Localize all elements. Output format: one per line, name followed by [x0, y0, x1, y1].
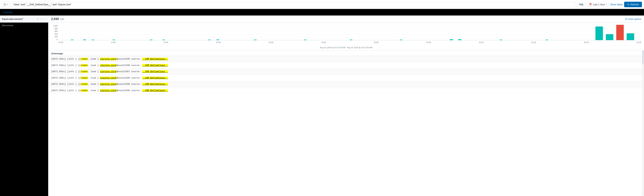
svg-rect-17 — [400, 40, 402, 40]
query-selector-icon: ⊟ — [4, 3, 6, 6]
svg-rect-10 — [150, 40, 152, 40]
y-label-1000: 1,000 — [51, 25, 58, 27]
log-load: , load ] — [88, 64, 100, 67]
svg-rect-25 — [627, 33, 634, 40]
scrollbar-track[interactable] — [642, 50, 644, 196]
results-panel: 2,930 hits ⚙ Chart options 1,000 800 600… — [48, 15, 644, 196]
chevron-down-icon[interactable]: ▾ — [38, 18, 38, 20]
log-class-highlight: class — [81, 58, 88, 60]
svg-rect-12 — [208, 40, 211, 40]
svg-rect-14 — [254, 40, 256, 40]
log-level: [info ] — [67, 58, 77, 60]
log-bracket: ][ — [78, 64, 81, 67]
x-label-1445: 14:45 — [216, 41, 221, 43]
x-label-1500: 15:00 — [374, 41, 378, 43]
chart-date-range: Aug 19, 2024 @ 14:27:54.428 - Aug 19, 20… — [51, 45, 641, 50]
svg-rect-20 — [500, 40, 502, 40]
x-label-1520: 15:20 — [584, 41, 589, 43]
x-label-1450: 14:50 — [269, 41, 274, 43]
search-input[interactable] — [11, 2, 576, 7]
log-time: [6872.565s] — [51, 58, 66, 60]
x-label-1455: 14:55 — [321, 41, 326, 43]
log-eval: $eval31289 source: — [116, 77, 142, 79]
log-jvm-highlight: __JVM_DefineClass__ — [142, 89, 168, 92]
x-label-1515: 15:15 — [532, 41, 536, 43]
x-label-1430: 14:30 — [58, 41, 63, 43]
table-area[interactable]: @message [6872.565s] [info ] ][class, lo… — [48, 50, 644, 196]
svg-rect-8 — [92, 40, 94, 40]
svg-rect-9 — [112, 40, 115, 40]
svg-rect-19 — [458, 39, 461, 40]
log-level: [info ] — [67, 89, 77, 92]
refresh-label: Refresh — [630, 3, 639, 6]
calendar-icon: 📅 — [589, 3, 592, 6]
sidebar-controls: ··· ← — [40, 17, 46, 21]
kql-button[interactable]: KQL — [577, 2, 586, 6]
log-row[interactable]: [6872.505s] [info ] ][class, load ] cloj… — [48, 75, 644, 81]
chart-area: 1,000 800 600 400 200 0 — [48, 23, 644, 50]
log-core-highlight: clojure.core — [100, 89, 116, 92]
log-level: [info ] — [67, 77, 77, 79]
chart-svg — [58, 25, 641, 40]
chart-options-button[interactable]: ⚙ Chart options — [625, 18, 641, 20]
sidebar-body: @timestamp — [0, 22, 48, 196]
log-level: [info ] — [67, 64, 77, 67]
log-jvm-highlight: __JVM_DefineClass__ — [142, 70, 168, 73]
log-eval: $eval31280 source: — [116, 83, 142, 86]
svg-rect-18 — [450, 39, 453, 40]
refresh-button[interactable]: ↻ Refresh — [624, 2, 642, 7]
main-content: fraud-rules-service* ▾ ··· ← @timestamp … — [0, 15, 644, 196]
log-load: , load ] — [88, 83, 100, 86]
chart-plot — [58, 25, 641, 40]
sidebar-timestamp-label: @timestamp — [0, 22, 48, 28]
log-time: [6872.502s] — [51, 83, 66, 86]
x-label-1510: 15:10 — [479, 41, 484, 43]
log-load: , load ] — [88, 70, 100, 73]
log-time: [6872.505s] — [51, 77, 66, 79]
log-time: [6872.503s] — [51, 89, 66, 92]
y-label-200: 200 — [51, 35, 58, 38]
log-jvm-highlight: __JVM_DefineClass__ — [142, 58, 168, 60]
time-label: Last 1 hour — [593, 3, 605, 6]
svg-rect-13 — [216, 39, 219, 40]
svg-rect-23 — [606, 34, 613, 40]
chevron-down-icon: ▾ — [606, 3, 607, 5]
log-row[interactable]: [6872.502s] [info ] ][class, load ] cloj… — [48, 81, 644, 88]
add-filter-button[interactable]: + Add filter — [2, 11, 13, 14]
dots-icon[interactable]: ··· — [40, 17, 42, 21]
log-core-highlight: clojure.core — [100, 77, 116, 79]
show-dates-button[interactable]: Show dates — [610, 3, 623, 6]
log-class-highlight: class — [81, 77, 88, 79]
svg-rect-7 — [84, 39, 86, 40]
log-eval: $eval31298 source: — [116, 64, 142, 67]
y-label-400: 400 — [51, 33, 58, 35]
log-jvm-highlight: __JVM_DefineClass__ — [142, 83, 168, 86]
svg-rect-11 — [162, 40, 165, 40]
time-picker[interactable]: 📅 Last 1 hour ▾ — [587, 2, 609, 7]
x-label-1525: 15:25 — [636, 41, 641, 43]
log-row[interactable]: [6872.503s] [info ] ][class, load ] cloj… — [48, 88, 644, 94]
sidebar-header: fraud-rules-service* ▾ ··· ← — [0, 15, 48, 22]
log-row[interactable]: [6872.566s] [info ] ][class, load ] cloj… — [48, 62, 644, 69]
chart-options-label: Chart options — [628, 18, 641, 20]
log-jvm-highlight: __JVM_DefineClass__ — [142, 64, 168, 67]
log-time: [6872.902s] — [51, 70, 66, 73]
query-selector[interactable]: ⊟ ▾ — [2, 2, 9, 7]
collapse-icon[interactable]: ← — [43, 17, 46, 21]
log-class-highlight: class — [81, 89, 88, 92]
log-load: , load ] — [88, 58, 100, 60]
scrollbar-thumb[interactable] — [642, 50, 644, 64]
log-jvm-highlight: __JVM_DefineClass__ — [142, 77, 168, 79]
chart-y-axis: 1,000 800 600 400 200 0 — [51, 25, 58, 40]
sidebar: fraud-rules-service* ▾ ··· ← @timestamp — [0, 15, 48, 196]
log-level: [info ] — [67, 83, 77, 86]
log-class-highlight: class — [81, 70, 88, 73]
log-core-highlight: clojure.core — [100, 83, 116, 86]
log-bracket: ][ — [78, 89, 81, 92]
log-row[interactable]: [6872.565s] [info ] ][class, load ] cloj… — [48, 56, 644, 62]
chart-container: 1,000 800 600 400 200 0 — [51, 25, 641, 45]
log-time: [6872.566s] — [51, 64, 66, 67]
log-row[interactable]: [6872.902s] [info ] ][class, load ] cloj… — [48, 69, 644, 75]
svg-rect-16 — [350, 40, 352, 40]
index-pattern-label: fraud-rules-service* — [2, 18, 36, 20]
